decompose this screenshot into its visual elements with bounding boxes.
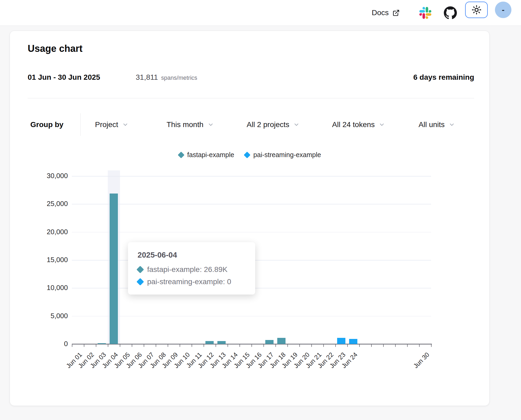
tooltip-row-text: pai-streaming-example: 0 xyxy=(147,278,231,286)
gridline xyxy=(72,232,431,233)
x-axis-tick xyxy=(335,345,336,347)
slack-link[interactable] xyxy=(419,7,431,19)
x-axis-tick xyxy=(216,345,216,347)
diamond-icon xyxy=(178,152,184,158)
top-header: Docs xyxy=(0,0,521,26)
legend-item[interactable]: fastapi-example xyxy=(179,151,234,159)
y-axis-tick-label: 0 xyxy=(64,340,68,348)
legend-label: pai-streaming-example xyxy=(253,151,321,159)
x-axis-tick xyxy=(251,345,252,347)
x-axis-tick xyxy=(311,345,312,347)
bar[interactable] xyxy=(110,194,118,344)
spans-unit: spans/metrics xyxy=(161,74,197,81)
bar[interactable] xyxy=(217,341,226,344)
x-axis-tick xyxy=(275,345,276,347)
gridline xyxy=(72,204,431,204)
x-axis-tick xyxy=(419,345,420,347)
diamond-icon xyxy=(244,152,250,158)
x-axis-tick xyxy=(132,345,132,347)
usage-meta-row: 01 Jun - 30 Jun 2025 31,811 spans/metric… xyxy=(10,72,489,84)
x-axis-tick xyxy=(395,345,396,347)
x-axis-tick xyxy=(287,345,288,347)
tooltip-rows: fastapi-example: 26.89Kpai-streaming-exa… xyxy=(138,265,246,286)
bar[interactable] xyxy=(349,339,357,344)
legend-label: fastapi-example xyxy=(187,151,234,159)
chart-tooltip: 2025-06-04 fastapi-example: 26.89Kpai-st… xyxy=(128,242,255,295)
section-divider xyxy=(28,98,474,98)
sun-icon xyxy=(472,5,481,15)
x-axis-tick xyxy=(263,345,264,347)
x-axis-tick xyxy=(347,345,348,347)
group-by-select[interactable]: Project xyxy=(95,120,129,129)
x-axis-tick xyxy=(192,345,192,347)
x-axis-tick xyxy=(359,345,360,347)
x-axis-tick xyxy=(228,345,228,347)
docs-link[interactable]: Docs xyxy=(372,0,400,26)
spans-count: 31,811 xyxy=(136,73,158,82)
chevron-down-icon xyxy=(293,121,300,128)
units-select-value: All units xyxy=(419,120,445,129)
diamond-icon xyxy=(137,278,144,285)
x-axis-tick xyxy=(156,345,156,347)
y-axis-tick-label: 5,000 xyxy=(51,312,68,320)
chevron-down-icon xyxy=(449,121,455,128)
diamond-icon xyxy=(137,266,144,273)
chevron-down-icon xyxy=(379,121,385,128)
projects-select-value: All 2 projects xyxy=(247,120,289,129)
legend-item[interactable]: pai-streaming-example xyxy=(245,151,321,159)
date-range: 01 Jun - 30 Jun 2025 xyxy=(28,73,100,82)
days-remaining: 6 days remaining xyxy=(413,73,474,82)
x-axis-tick xyxy=(108,345,108,347)
bar[interactable] xyxy=(265,340,274,344)
usage-chart-card: Usage chart 01 Jun - 30 Jun 2025 31,811 … xyxy=(10,31,490,406)
page-title: Usage chart xyxy=(28,43,82,54)
bar[interactable] xyxy=(205,341,214,344)
x-axis-tick xyxy=(120,345,120,347)
github-link[interactable] xyxy=(444,6,457,19)
chart-plot: fastapi-examplepai-streaming-example 202… xyxy=(10,145,490,379)
period-select-value: This month xyxy=(167,120,204,129)
projects-select[interactable]: All 2 projects xyxy=(247,120,300,129)
bar[interactable] xyxy=(277,338,286,344)
docs-link-label: Docs xyxy=(372,9,389,17)
x-axis-tick xyxy=(72,345,72,347)
tokens-select[interactable]: All 24 tokens xyxy=(332,120,385,129)
x-axis-tick xyxy=(383,345,384,347)
chevron-down-icon xyxy=(208,121,214,128)
x-axis-tick xyxy=(144,345,144,347)
tooltip-row: pai-streaming-example: 0 xyxy=(138,278,246,286)
github-icon xyxy=(444,6,457,19)
chevron-down-icon xyxy=(122,121,129,128)
x-axis-tick xyxy=(168,345,168,347)
x-axis-tick xyxy=(84,345,84,347)
bar[interactable] xyxy=(98,343,106,344)
x-axis-tick xyxy=(299,345,300,347)
group-by-select-value: Project xyxy=(95,120,118,129)
y-axis-tick-label: 25,000 xyxy=(47,200,68,208)
spans-count-group: 31,811 spans/metrics xyxy=(136,73,197,82)
gridline xyxy=(72,316,431,317)
period-select[interactable]: This month xyxy=(167,120,214,129)
external-link-icon xyxy=(392,9,400,16)
tokens-select-value: All 24 tokens xyxy=(332,120,375,129)
y-axis-tick-label: 20,000 xyxy=(47,228,68,236)
x-axis-tick xyxy=(323,345,324,347)
filter-bar: Group by Project This month All 2 projec… xyxy=(10,113,489,136)
filter-divider xyxy=(80,113,81,136)
x-axis-tick xyxy=(204,345,204,347)
y-axis-tick-label: 30,000 xyxy=(47,172,68,180)
theme-toggle-button[interactable] xyxy=(465,2,488,18)
x-axis-tick xyxy=(180,345,180,347)
bar[interactable] xyxy=(337,338,345,344)
units-select[interactable]: All units xyxy=(419,120,455,129)
slack-icon xyxy=(419,7,431,19)
y-axis-tick-label: 15,000 xyxy=(47,256,68,264)
gridline xyxy=(72,176,431,177)
avatar[interactable]: - xyxy=(495,2,511,18)
x-axis-tick xyxy=(431,345,432,347)
tooltip-date: 2025-06-04 xyxy=(138,251,246,259)
x-axis-tick xyxy=(239,345,240,347)
x-axis-tick xyxy=(371,345,372,347)
y-axis-tick-label: 10,000 xyxy=(47,284,68,292)
tooltip-row-text: fastapi-example: 26.89K xyxy=(147,265,228,274)
